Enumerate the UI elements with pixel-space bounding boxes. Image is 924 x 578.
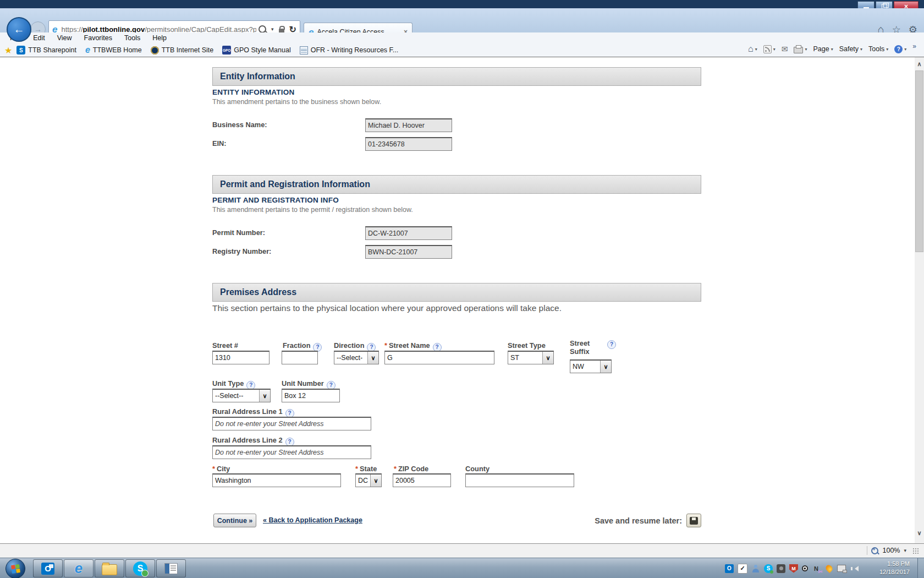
tray-skype-icon[interactable]: S xyxy=(764,564,773,573)
add-favorite-star-icon[interactable]: ★ xyxy=(4,45,12,56)
outlook-icon: O xyxy=(41,563,54,575)
continue-button[interactable]: Continue » xyxy=(213,514,256,527)
street-number-input[interactable] xyxy=(212,351,270,364)
back-button[interactable]: ← xyxy=(7,17,31,42)
read-mail-button[interactable]: ✉ xyxy=(782,45,788,53)
favorite-ttbweb-home[interactable]: e TTBWEB Home xyxy=(85,45,142,55)
dropdown-arrow-icon: ∨ xyxy=(370,475,381,487)
menu-help[interactable]: Help xyxy=(147,34,172,42)
menu-tools[interactable]: Tools xyxy=(119,34,146,42)
street-name-input[interactable] xyxy=(384,351,494,364)
taskbar-clock[interactable]: 1:58 PM 12/18/2017 xyxy=(879,560,910,576)
ein-label: EIN: xyxy=(212,139,227,148)
tray-person-icon[interactable] xyxy=(751,564,760,573)
street-type-select[interactable]: ST ∨ xyxy=(508,351,554,364)
search-icon[interactable] xyxy=(258,25,266,33)
tray-checkmark-icon[interactable]: ✓ xyxy=(738,564,747,574)
taskbar-ie-button[interactable]: e xyxy=(64,559,94,577)
scrollbar-thumb[interactable] xyxy=(915,70,923,252)
street-suffix-select[interactable]: NW ∨ xyxy=(570,359,612,373)
menu-view[interactable]: View xyxy=(52,34,78,42)
help-menu-button[interactable]: ?▾ xyxy=(894,45,906,53)
tray-flame-icon[interactable] xyxy=(824,564,833,573)
unit-type-select[interactable]: --Select-- ∨ xyxy=(212,389,271,402)
section-title: Premises Address xyxy=(220,287,296,297)
favorite-label: OFR - Writing Resources F... xyxy=(311,46,399,54)
rural-address-line2-input[interactable] xyxy=(212,445,371,459)
favorite-ttb-internet-site[interactable]: TTB Internet Site xyxy=(151,46,213,54)
tools-menu-button[interactable]: Tools▾ xyxy=(868,45,888,53)
scroll-down-icon[interactable]: ∨ xyxy=(915,530,924,537)
overflow-chevron-icon[interactable]: » xyxy=(912,42,916,50)
rss-feed-button[interactable]: ▾ xyxy=(763,45,776,53)
tray-camera-icon[interactable] xyxy=(777,564,785,573)
menu-favorites[interactable]: Favorites xyxy=(79,34,118,42)
dropdown-arrow-icon: ∨ xyxy=(600,361,611,373)
rss-icon xyxy=(763,45,772,53)
permit-number-input[interactable] xyxy=(365,226,452,240)
favorite-gpo-style-manual[interactable]: GPO GPO Style Manual xyxy=(222,46,291,54)
save-button[interactable] xyxy=(686,514,701,527)
back-to-application-package-link[interactable]: « Back to Application Package xyxy=(263,516,362,524)
show-desktop-button[interactable] xyxy=(917,558,924,578)
ttb-seal-icon xyxy=(151,46,159,54)
select-value: NW xyxy=(570,361,600,373)
taskbar-outlook-button[interactable]: O xyxy=(33,559,63,577)
fraction-input[interactable] xyxy=(282,351,318,364)
favorite-ttb-sharepoint[interactable]: S TTB Sharepoint xyxy=(16,46,76,54)
command-bar: ⌂▾ ▾ ✉ ▾ Page▾ Safety▾ Tools▾ ?▾ » xyxy=(748,44,916,54)
unit-number-input[interactable] xyxy=(282,389,340,402)
page-menu-label: Page xyxy=(813,45,829,53)
state-select[interactable]: DC ∨ xyxy=(355,473,382,487)
label-text: City xyxy=(217,465,230,473)
city-input[interactable] xyxy=(212,473,341,487)
vertical-scrollbar[interactable]: ∧ ∨ xyxy=(915,57,924,543)
help-icon[interactable]: ? xyxy=(607,340,616,349)
url-dropdown-icon[interactable]: ▾ xyxy=(271,26,274,32)
zip-code-input[interactable] xyxy=(393,473,451,487)
label-text: State xyxy=(360,465,377,473)
taskbar-app-button[interactable] xyxy=(156,559,186,577)
caret-icon: ▾ xyxy=(831,47,833,52)
separator xyxy=(867,546,867,555)
caret-icon: ▾ xyxy=(860,47,862,52)
favorite-ofr-writing-resources[interactable]: OFR - Writing Resources F... xyxy=(300,46,399,54)
select-value: --Select- xyxy=(334,352,367,364)
required-asterisk: * xyxy=(212,465,215,473)
business-name-input[interactable] xyxy=(365,118,452,132)
home-menu-button[interactable]: ⌂▾ xyxy=(748,44,757,54)
ein-input[interactable] xyxy=(365,137,452,151)
taskbar-explorer-button[interactable] xyxy=(95,559,124,577)
tray-mcafee-icon[interactable]: M xyxy=(789,564,798,573)
menu-edit[interactable]: Edit xyxy=(28,34,51,42)
tray-network-icon[interactable] xyxy=(837,564,846,573)
dropdown-arrow-icon: ∨ xyxy=(367,352,378,364)
tray-nuance-icon[interactable]: N✂ xyxy=(812,564,821,573)
zoom-level: 100% xyxy=(882,547,900,554)
label-text: ZIP Code xyxy=(398,465,428,473)
zoom-control[interactable]: 100% ▾ xyxy=(867,546,919,555)
tray-spiral-icon[interactable] xyxy=(802,565,808,571)
permit-number-label: Permit Number: xyxy=(212,228,265,237)
print-button[interactable]: ▾ xyxy=(794,45,807,53)
gpo-icon: GPO xyxy=(222,46,231,54)
printer-icon xyxy=(794,47,803,53)
county-input[interactable] xyxy=(465,473,574,487)
scroll-up-icon[interactable]: ∧ xyxy=(915,61,924,68)
safety-menu-button[interactable]: Safety▾ xyxy=(839,45,862,53)
taskbar: O e S O ✓ S M N✂ 1:58 PM 12/18/2017 xyxy=(0,558,924,578)
zoom-dropdown-icon[interactable]: ▾ xyxy=(904,548,906,553)
taskbar-skype-button[interactable]: S xyxy=(125,559,155,577)
registry-number-input[interactable] xyxy=(365,245,452,259)
rural-address-line1-input[interactable] xyxy=(212,417,371,430)
direction-select[interactable]: --Select- ∨ xyxy=(334,351,379,364)
start-button[interactable] xyxy=(6,559,25,578)
label-text: Street xyxy=(570,339,590,347)
select-value: --Select-- xyxy=(213,390,259,402)
page-menu-button[interactable]: Page▾ xyxy=(813,45,833,53)
window-titlebar: × xyxy=(0,0,924,8)
scissors-icon: ✂ xyxy=(818,569,823,575)
tray-speaker-icon[interactable] xyxy=(850,564,859,573)
clock-date: 12/18/2017 xyxy=(879,568,910,576)
tray-outlook-icon[interactable]: O xyxy=(725,564,734,573)
